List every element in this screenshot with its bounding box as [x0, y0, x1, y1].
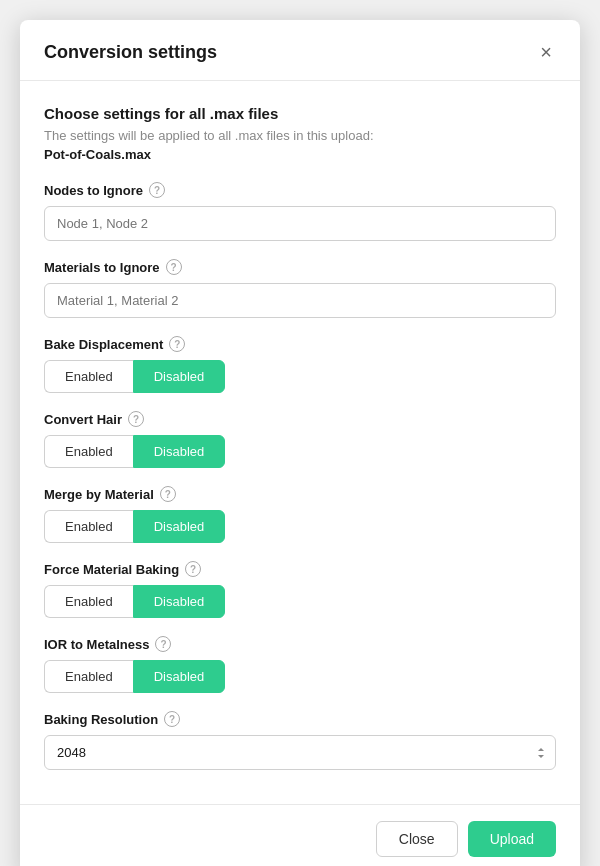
merge-by-material-toggle: Enabled Disabled — [44, 510, 556, 543]
bake-displacement-group: Bake Displacement ? Enabled Disabled — [44, 336, 556, 393]
ior-to-metalness-label: IOR to Metalness ? — [44, 636, 556, 652]
force-material-baking-disabled-btn[interactable]: Disabled — [133, 585, 226, 618]
force-material-baking-help-icon: ? — [185, 561, 201, 577]
ior-to-metalness-group: IOR to Metalness ? Enabled Disabled — [44, 636, 556, 693]
bake-displacement-label: Bake Displacement ? — [44, 336, 556, 352]
merge-by-material-group: Merge by Material ? Enabled Disabled — [44, 486, 556, 543]
merge-by-material-disabled-btn[interactable]: Disabled — [133, 510, 226, 543]
file-name: Pot-of-Coals.max — [44, 147, 556, 162]
convert-hair-group: Convert Hair ? Enabled Disabled — [44, 411, 556, 468]
convert-hair-disabled-btn[interactable]: Disabled — [133, 435, 226, 468]
baking-resolution-select-wrapper: 512 1024 2048 4096 — [44, 735, 556, 770]
dialog-title: Conversion settings — [44, 42, 217, 63]
convert-hair-enabled-btn[interactable]: Enabled — [44, 435, 133, 468]
force-material-baking-toggle: Enabled Disabled — [44, 585, 556, 618]
dialog-footer: Close Upload — [20, 804, 580, 866]
close-button[interactable]: Close — [376, 821, 458, 857]
convert-hair-toggle: Enabled Disabled — [44, 435, 556, 468]
baking-resolution-help-icon: ? — [164, 711, 180, 727]
nodes-to-ignore-input[interactable] — [44, 206, 556, 241]
baking-resolution-label: Baking Resolution ? — [44, 711, 556, 727]
conversion-settings-dialog: Conversion settings × Choose settings fo… — [20, 20, 580, 866]
force-material-baking-label: Force Material Baking ? — [44, 561, 556, 577]
convert-hair-label: Convert Hair ? — [44, 411, 556, 427]
dialog-body: Choose settings for all .max files The s… — [20, 81, 580, 804]
bake-displacement-disabled-btn[interactable]: Disabled — [133, 360, 226, 393]
ior-to-metalness-help-icon: ? — [155, 636, 171, 652]
ior-to-metalness-toggle: Enabled Disabled — [44, 660, 556, 693]
materials-to-ignore-help-icon: ? — [166, 259, 182, 275]
baking-resolution-select[interactable]: 512 1024 2048 4096 — [44, 735, 556, 770]
merge-by-material-label: Merge by Material ? — [44, 486, 556, 502]
convert-hair-help-icon: ? — [128, 411, 144, 427]
bake-displacement-help-icon: ? — [169, 336, 185, 352]
force-material-baking-group: Force Material Baking ? Enabled Disabled — [44, 561, 556, 618]
merge-by-material-help-icon: ? — [160, 486, 176, 502]
upload-button[interactable]: Upload — [468, 821, 556, 857]
materials-to-ignore-label: Materials to Ignore ? — [44, 259, 556, 275]
merge-by-material-enabled-btn[interactable]: Enabled — [44, 510, 133, 543]
bake-displacement-toggle: Enabled Disabled — [44, 360, 556, 393]
nodes-to-ignore-help-icon: ? — [149, 182, 165, 198]
dialog-close-button[interactable]: × — [536, 40, 556, 64]
materials-to-ignore-group: Materials to Ignore ? — [44, 259, 556, 318]
force-material-baking-enabled-btn[interactable]: Enabled — [44, 585, 133, 618]
dialog-header: Conversion settings × — [20, 20, 580, 81]
section-heading: Choose settings for all .max files — [44, 105, 556, 122]
baking-resolution-group: Baking Resolution ? 512 1024 2048 4096 — [44, 711, 556, 770]
nodes-to-ignore-group: Nodes to Ignore ? — [44, 182, 556, 241]
ior-to-metalness-disabled-btn[interactable]: Disabled — [133, 660, 226, 693]
nodes-to-ignore-label: Nodes to Ignore ? — [44, 182, 556, 198]
bake-displacement-enabled-btn[interactable]: Enabled — [44, 360, 133, 393]
section-description: The settings will be applied to all .max… — [44, 128, 556, 143]
materials-to-ignore-input[interactable] — [44, 283, 556, 318]
ior-to-metalness-enabled-btn[interactable]: Enabled — [44, 660, 133, 693]
